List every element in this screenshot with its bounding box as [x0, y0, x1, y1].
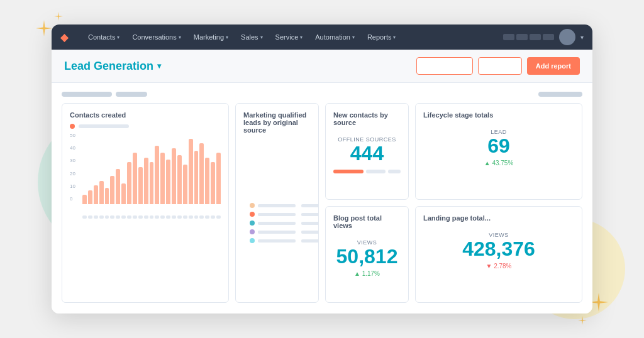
- lifecycle-arrow-up: ▲: [484, 160, 491, 166]
- x-label: [116, 215, 120, 219]
- bar: [99, 181, 104, 204]
- dashboard-grid: Contacts created 50 40 30 20 10 0: [62, 103, 582, 303]
- bar: [110, 176, 114, 204]
- filter-button-1[interactable]: [416, 57, 473, 75]
- landing-page-change: ▼ 2.78%: [423, 263, 574, 270]
- sparkle-top-left-sm: [53, 11, 64, 21]
- bar: [121, 183, 126, 204]
- add-report-button[interactable]: Add report: [527, 57, 580, 75]
- x-label: [160, 215, 165, 219]
- legend-dot-2: [250, 212, 255, 217]
- bar: [155, 146, 159, 204]
- x-label: [166, 215, 170, 219]
- x-label: [150, 215, 154, 219]
- bar: [82, 195, 87, 204]
- date-bar-right: [538, 92, 582, 97]
- legend-val-1: [301, 204, 319, 207]
- landing-page-title: Landing page total...: [423, 214, 574, 222]
- bar: [172, 148, 176, 204]
- util-box-3: [530, 34, 541, 40]
- legend-val-4: [301, 231, 319, 234]
- bar: [105, 188, 109, 204]
- bar: [211, 162, 215, 204]
- navbar: ◆ Contacts ▾ Conversations ▾ Marketing ▾…: [52, 25, 592, 50]
- header-action-buttons: Add report: [416, 57, 580, 75]
- x-label: [194, 215, 199, 219]
- legend-dot-1: [250, 203, 255, 208]
- user-avatar[interactable]: [559, 29, 575, 45]
- util-box-4: [543, 34, 554, 40]
- new-contacts-card: New contacts by source OFFLINE SOURCES 4…: [325, 103, 409, 200]
- x-label: [205, 215, 209, 219]
- legend-item-2: [250, 212, 319, 217]
- metric-bar-3: [388, 170, 401, 173]
- legend-dot-4: [250, 229, 255, 234]
- legend-label-4: [258, 231, 296, 234]
- filter-button-2[interactable]: [478, 57, 522, 75]
- nav-reports[interactable]: Reports ▾: [362, 31, 401, 43]
- x-label: [155, 215, 159, 219]
- nav-marketing[interactable]: Marketing ▾: [189, 31, 233, 43]
- x-label: [88, 215, 92, 219]
- bar: [133, 153, 137, 204]
- legend-val-2: [301, 213, 319, 216]
- new-contacts-title: New contacts by source: [333, 111, 401, 126]
- service-chevron: ▾: [300, 35, 303, 40]
- legend-label-2: [258, 213, 296, 216]
- bar: [166, 160, 170, 204]
- legend-label-3: [258, 222, 296, 225]
- x-label: [211, 215, 215, 219]
- lifecycle-change: ▲ 43.75%: [423, 160, 574, 166]
- bar: [144, 158, 148, 204]
- legend-label-1: [258, 204, 296, 207]
- x-label: [172, 215, 176, 219]
- avatar-chevron: ▾: [580, 34, 584, 41]
- sparkle-bottom-right-sm: [577, 315, 587, 325]
- util-box-1: [503, 34, 514, 40]
- x-label: [94, 215, 98, 219]
- nav-sales[interactable]: Sales ▾: [236, 31, 268, 43]
- bar: [94, 185, 98, 204]
- legend-val-3: [301, 222, 319, 225]
- blog-post-value: 50,812: [333, 246, 401, 268]
- title-dropdown-icon[interactable]: ▾: [157, 62, 161, 70]
- blog-post-arrow: ▲: [354, 270, 360, 277]
- date-pill-3: [538, 92, 582, 97]
- bar: [194, 151, 199, 204]
- bar: [205, 158, 209, 204]
- conversations-chevron: ▾: [179, 35, 181, 40]
- bar: [116, 169, 120, 204]
- nav-service[interactable]: Service ▾: [270, 31, 308, 43]
- nav-automation[interactable]: Automation ▾: [310, 31, 360, 43]
- pie-legend: [250, 203, 319, 243]
- contacts-created-card: Contacts created 50 40 30 20 10 0: [62, 103, 229, 303]
- landing-page-arrow: ▼: [486, 263, 492, 270]
- bars-area: [70, 139, 221, 214]
- landing-page-card: Landing page total... VIEWS 428,376 ▼ 2.…: [415, 206, 582, 303]
- legend-label-bar: [79, 124, 129, 128]
- x-label: [177, 215, 182, 219]
- util-box-2: [516, 34, 528, 40]
- blog-post-change: ▲ 1.17%: [333, 270, 401, 277]
- marketing-chevron: ▾: [226, 35, 228, 40]
- x-label: [138, 215, 143, 219]
- blog-post-title: Blog post total views: [333, 214, 401, 229]
- legend-item-5: [250, 238, 319, 243]
- bar: [127, 162, 131, 204]
- dashboard-title-area: Lead Generation ▾: [64, 60, 161, 73]
- new-contacts-bars: [333, 170, 401, 173]
- metric-bar-2: [366, 170, 386, 173]
- nav-conversations[interactable]: Conversations ▾: [127, 31, 186, 43]
- bar: [160, 153, 165, 204]
- bar: [216, 153, 221, 204]
- lifecycle-title: Lifecycle stage totals: [423, 111, 574, 119]
- nav-contacts[interactable]: Contacts ▾: [83, 31, 125, 43]
- contacts-chevron: ▾: [117, 35, 119, 40]
- x-label: [189, 215, 193, 219]
- date-pill-2: [116, 92, 147, 97]
- navbar-right: ▾: [503, 29, 584, 45]
- bar: [189, 139, 193, 204]
- mql-title: Marketing qualified leads by original so…: [243, 111, 311, 134]
- x-axis-labels: [70, 215, 221, 219]
- sales-chevron: ▾: [260, 35, 263, 40]
